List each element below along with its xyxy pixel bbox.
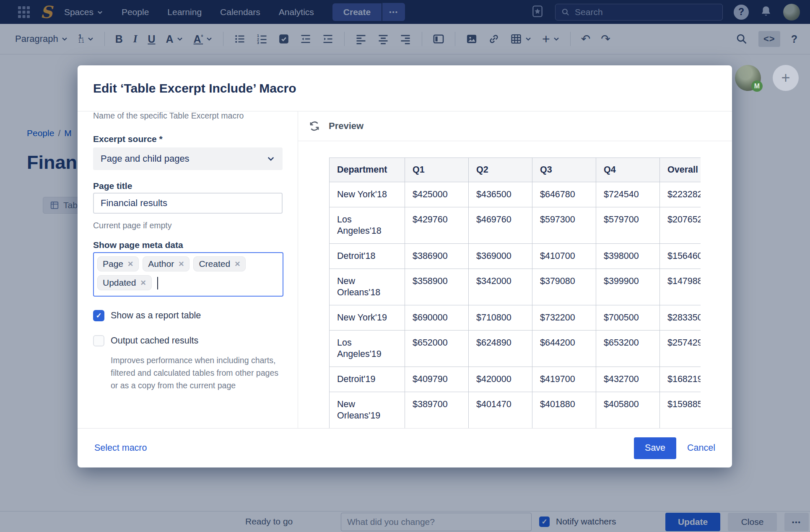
- report-table-label: Show as a report table: [111, 310, 201, 321]
- text-cursor: [157, 277, 158, 289]
- cached-results-label: Output cached results: [111, 336, 198, 346]
- meta-tags-field[interactable]: Page✕Author✕Created✕Updated✕: [93, 252, 283, 297]
- table-row: New Orleans'19$389700$401470$401880$4058…: [330, 392, 701, 429]
- preview-table-clip: DepartmentQ1Q2Q3Q4Overall New York'18$42…: [329, 158, 701, 428]
- meta-tag[interactable]: Author✕: [143, 256, 190, 271]
- invite-collaborator-button[interactable]: +: [773, 65, 799, 91]
- column-header: Q2: [469, 158, 532, 182]
- remove-tag-icon[interactable]: ✕: [140, 279, 146, 287]
- macro-name-hint: Name of the specific Table Excerpt macro: [93, 111, 244, 122]
- column-header: Overall: [660, 158, 701, 182]
- save-button[interactable]: Save: [634, 437, 676, 459]
- preview-panel: DepartmentQ1Q2Q3Q4Overall New York'18$42…: [298, 141, 732, 428]
- excerpt-source-label: Excerpt source *: [93, 134, 163, 144]
- preview-label: Preview: [329, 121, 363, 132]
- remove-tag-icon[interactable]: ✕: [178, 260, 184, 269]
- table-row: New Orleans'18$358900$342000$379080$3999…: [330, 269, 701, 305]
- preview-table-head-row: DepartmentQ1Q2Q3Q4Overall: [330, 158, 701, 182]
- preview-table-body: New York'18$425000$436500$646780$724540$…: [330, 182, 701, 429]
- cancel-button[interactable]: Cancel: [687, 443, 715, 453]
- column-header: Q1: [405, 158, 469, 182]
- preview-header: Preview: [298, 111, 732, 141]
- meta-tag[interactable]: Page✕: [97, 256, 139, 271]
- table-row: Detroit'18$386900$369000$410700$398000$1…: [330, 244, 701, 269]
- macro-form: Name of the specific Table Excerpt macro…: [93, 111, 287, 428]
- cached-results-hint: Improves performance when including char…: [111, 354, 282, 392]
- macro-dialog: Edit ‘Table Excerpt Include’ Macro Name …: [78, 65, 732, 467]
- remove-tag-icon[interactable]: ✕: [234, 260, 240, 269]
- dialog-title: Edit ‘Table Excerpt Include’ Macro: [93, 81, 296, 96]
- presence-group: M +: [735, 65, 799, 91]
- collaborator-avatar[interactable]: M: [735, 65, 761, 91]
- cached-results-checkbox[interactable]: [93, 335, 104, 346]
- report-table-checkbox[interactable]: ✓: [93, 310, 104, 321]
- page-title-input[interactable]: [93, 193, 283, 214]
- refresh-icon[interactable]: [309, 120, 320, 132]
- report-table-checkbox-row[interactable]: ✓ Show as a report table: [93, 310, 201, 321]
- table-row: New York'19$690000$710800$732200$700500$…: [330, 305, 701, 331]
- column-header: Q4: [596, 158, 660, 182]
- chevron-down-icon: [267, 155, 275, 163]
- preview-table: DepartmentQ1Q2Q3Q4Overall New York'18$42…: [329, 158, 701, 428]
- table-row: Los Angeles'19$652000$624890$644200$6532…: [330, 331, 701, 367]
- collaborator-badge: M: [751, 80, 763, 92]
- column-header: Q3: [532, 158, 596, 182]
- table-row: New York'18$425000$436500$646780$724540$…: [330, 182, 701, 207]
- remove-tag-icon[interactable]: ✕: [127, 260, 133, 269]
- meta-tag[interactable]: Created✕: [193, 256, 246, 271]
- select-macro-link[interactable]: Select macro: [94, 443, 147, 453]
- column-header: Department: [330, 158, 405, 182]
- meta-data-label: Show page meta data: [93, 240, 183, 250]
- page-title-hint: Current page if empty: [93, 219, 172, 232]
- cached-results-checkbox-row[interactable]: Output cached results: [93, 335, 198, 346]
- excerpt-source-select[interactable]: Page and child pages: [93, 147, 283, 170]
- dialog-header: Edit ‘Table Excerpt Include’ Macro: [78, 65, 732, 111]
- screen: S SpacesPeopleLearningCalendarsAnalytics…: [0, 0, 810, 532]
- meta-tag[interactable]: Updated✕: [97, 275, 152, 290]
- dialog-footer: Select macro Save Cancel: [78, 428, 732, 467]
- table-row: Detroit'19$409790$420000$419700$432700$1…: [330, 367, 701, 392]
- table-row: Los Angeles'18$429760$469760$597300$5797…: [330, 207, 701, 244]
- page-title-label: Page title: [93, 181, 132, 191]
